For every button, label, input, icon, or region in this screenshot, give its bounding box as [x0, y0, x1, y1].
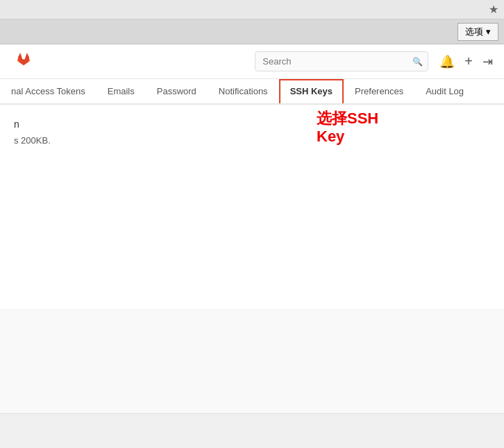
gitlab-logo[interactable] [11, 49, 36, 74]
settings-subnav: nal Access Tokens Emails Password Notifi… [0, 79, 504, 105]
browser-top-bar: ★ [0, 0, 504, 19]
search-icon: 🔍 [412, 57, 423, 67]
search-input[interactable] [255, 51, 428, 71]
content-line2: s 200KB. [14, 135, 490, 146]
new-item-icon[interactable]: + [464, 53, 473, 69]
select-button[interactable]: 选项 ▾ [457, 23, 498, 41]
subnav-item-personal-access-tokens[interactable]: nal Access Tokens [0, 79, 96, 105]
header-icons: 🔔 + ⇥ [439, 53, 493, 69]
content-line1: n [14, 119, 490, 130]
gitlab-header: 🔍 🔔 + ⇥ [0, 44, 504, 79]
annotation-overlay: 选择SSH Key [317, 110, 378, 146]
search-container: 🔍 [255, 51, 428, 71]
select-arrow-icon: ▾ [486, 26, 491, 37]
subnav-item-emails[interactable]: Emails [96, 79, 146, 105]
subnav-item-notifications[interactable]: Notifications [208, 79, 279, 105]
bottom-inner-bar [0, 413, 504, 448]
select-button-label: 选项 [465, 26, 483, 38]
notifications-bell-icon[interactable]: 🔔 [439, 54, 455, 69]
annotation-line1: 选择SSH [317, 110, 378, 128]
subnav-item-password[interactable]: Password [146, 79, 208, 105]
annotation-line2: Key [317, 128, 378, 146]
sign-out-icon[interactable]: ⇥ [482, 54, 493, 69]
subnav-item-preferences[interactable]: Preferences [344, 79, 414, 105]
subnav-item-ssh-keys[interactable]: SSH Keys [279, 79, 344, 105]
star-icon[interactable]: ★ [489, 3, 498, 16]
bottom-area [0, 309, 504, 448]
subnav-item-audit-log[interactable]: Audit Log [414, 79, 475, 105]
browser-nav-bar: 选项 ▾ [0, 19, 504, 44]
main-content: n s 200KB. [0, 105, 504, 160]
